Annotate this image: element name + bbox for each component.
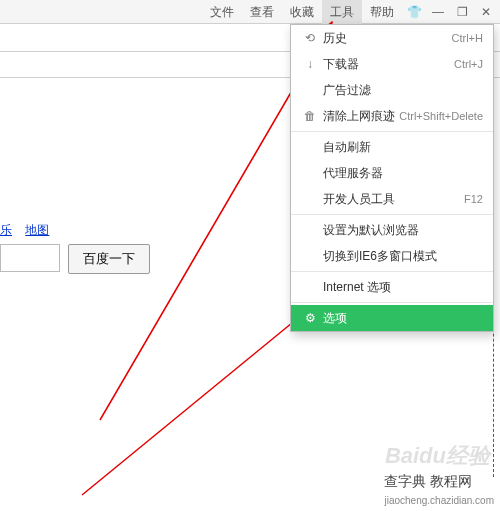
search-button[interactable]: 百度一下 [68,244,150,274]
page-nav-links: 乐 地图 [0,222,59,239]
gear-icon: ⚙ [301,311,319,325]
menu-label: 切换到IE6多窗口模式 [319,248,483,265]
menu-set-default[interactable]: 设置为默认浏览器 [291,217,493,243]
menu-downloader[interactable]: ↓ 下载器 Ctrl+J [291,51,493,77]
close-icon[interactable]: ✕ [476,2,496,22]
svg-line-1 [82,300,320,495]
download-icon: ↓ [301,57,319,71]
menu-file[interactable]: 文件 [202,0,242,24]
skin-icon[interactable]: 👕 [404,2,424,22]
menu-shortcut: Ctrl+J [454,58,483,70]
menu-adblock[interactable]: 广告过滤 [291,77,493,103]
menu-separator [291,271,493,272]
menu-label: Internet 选项 [319,279,483,296]
menu-separator [291,302,493,303]
history-icon: ⟲ [301,31,319,45]
menu-shortcut: Ctrl+Shift+Delete [399,110,483,122]
menu-internet-options[interactable]: Internet 选项 [291,274,493,300]
restore-icon[interactable]: ❐ [452,2,472,22]
menu-autorefresh[interactable]: 自动刷新 [291,134,493,160]
menu-proxy[interactable]: 代理服务器 [291,160,493,186]
menu-separator [291,131,493,132]
watermark-baidu: Baidu经验 [385,441,490,471]
menu-options[interactable]: ⚙ 选项 [291,305,493,331]
watermark-site: 查字典 教程网 jiaocheng.chazidian.com [384,473,494,507]
menu-label: 历史 [319,30,452,47]
menu-favorites[interactable]: 收藏 [282,0,322,24]
menu-label: 设置为默认浏览器 [319,222,483,239]
menu-help[interactable]: 帮助 [362,0,402,24]
menu-label: 代理服务器 [319,165,483,182]
menu-label: 开发人员工具 [319,191,464,208]
tools-dropdown: ⟲ 历史 Ctrl+H ↓ 下载器 Ctrl+J 广告过滤 🗑 清除上网痕迹 C… [290,24,494,332]
minimize-icon[interactable]: — [428,2,448,22]
link-map[interactable]: 地图 [25,223,49,237]
menu-label: 选项 [319,310,483,327]
menu-view[interactable]: 查看 [242,0,282,24]
search-input[interactable] [0,244,60,272]
menu-shortcut: Ctrl+H [452,32,483,44]
menu-label: 下载器 [319,56,454,73]
menu-separator [291,214,493,215]
menu-devtools[interactable]: 开发人员工具 F12 [291,186,493,212]
menu-tools[interactable]: 工具 [322,0,362,24]
search-row: 百度一下 [0,244,150,274]
menu-ie6-mode[interactable]: 切换到IE6多窗口模式 [291,243,493,269]
menu-label: 清除上网痕迹 [319,108,399,125]
link-music[interactable]: 乐 [0,223,12,237]
menu-shortcut: F12 [464,193,483,205]
trash-icon: 🗑 [301,109,319,123]
menubar: 文件 查看 收藏 工具 帮助 👕 — ❐ ✕ [0,0,500,24]
menu-label: 自动刷新 [319,139,483,156]
menu-history[interactable]: ⟲ 历史 Ctrl+H [291,25,493,51]
menu-clear-history[interactable]: 🗑 清除上网痕迹 Ctrl+Shift+Delete [291,103,493,129]
menu-label: 广告过滤 [319,82,483,99]
